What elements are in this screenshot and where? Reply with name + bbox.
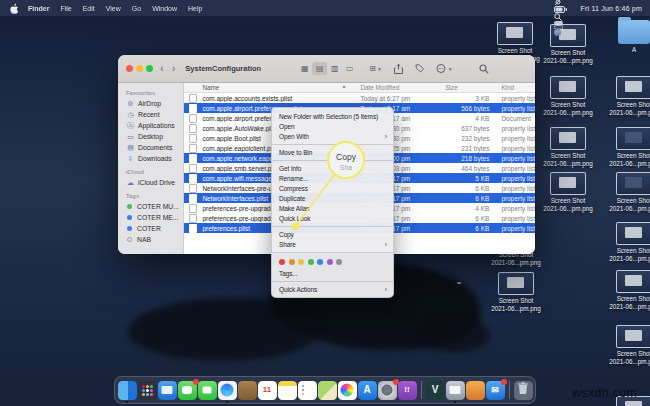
file-size: 231 bytes <box>445 145 489 152</box>
menu-bar-item-file[interactable]: File <box>60 5 71 12</box>
screenshot-thumbnail <box>550 172 586 195</box>
control-center-icon[interactable] <box>554 21 567 29</box>
menu-item-open[interactable]: Open <box>272 121 393 131</box>
desktop-file-icon[interactable]: Screen Shot2021-06...pm.png <box>599 172 650 212</box>
dock-app-reminders[interactable] <box>298 381 317 400</box>
sidebar-item-nab[interactable]: NAB <box>118 234 183 245</box>
tag-color-dot[interactable] <box>308 259 314 265</box>
copy-callout-circle: Copy Sha <box>327 141 365 179</box>
desktop-file-icon[interactable]: Screen Shot2021-06...pm.png <box>599 222 650 262</box>
group-by-button[interactable]: ⊞▼ <box>369 64 382 73</box>
dock-app-mail-app[interactable]: ✉ <box>486 381 505 400</box>
desktop-file-icon[interactable]: Screen Shot2021-06...pm.png <box>481 272 551 312</box>
menu-bar-item-finder[interactable]: Finder <box>28 5 49 12</box>
gallery-view-icon[interactable]: ▭ <box>342 62 357 75</box>
sidebar-item-documents[interactable]: ▤Documents <box>118 142 183 153</box>
tag-color-dot[interactable] <box>327 259 333 265</box>
dock-app-calendar[interactable]: 11 <box>258 381 277 400</box>
menu-item-open-with[interactable]: Open With› <box>272 131 393 141</box>
minimize-button[interactable] <box>136 65 143 72</box>
column-view-icon[interactable]: ▥ <box>327 62 342 75</box>
dock-app-maps[interactable] <box>318 381 337 400</box>
back-button[interactable]: ‹ <box>156 63 168 74</box>
tag-icon[interactable] <box>415 64 424 73</box>
dock-app-messages[interactable] <box>178 381 197 400</box>
desktop-file-icon[interactable]: Screen Shot2021-06...pm.png <box>533 127 603 167</box>
dock-app-facetime[interactable] <box>198 381 217 400</box>
menu-bar-item-help[interactable]: Help <box>188 5 202 12</box>
zoom-button[interactable] <box>146 65 153 72</box>
screenshot-thumbnail <box>616 325 650 348</box>
dock-app-notes[interactable] <box>278 381 297 400</box>
menu-bar-item-go[interactable]: Go <box>132 5 141 12</box>
sidebar-item-coter-me-[interactable]: COTER ME... <box>118 212 183 223</box>
search-icon[interactable] <box>479 64 489 74</box>
dock-app-safari[interactable] <box>218 381 237 400</box>
sidebar-item-airdrop[interactable]: ⊚AirDrop <box>118 98 183 109</box>
menu-bar-clock[interactable]: Fri 11 Jun 6:46 pm <box>581 5 642 12</box>
tag-color-dot[interactable] <box>336 259 342 265</box>
tag-color-dot[interactable] <box>317 259 323 265</box>
sidebar-item-icloud-drive[interactable]: ☁iCloud Drive <box>118 177 183 188</box>
menu-item-compress[interactable]: Compress <box>272 183 393 193</box>
siri-icon[interactable] <box>554 29 567 36</box>
dock-app-launchpad[interactable] <box>138 381 157 400</box>
dock-app-preview-app[interactable] <box>466 381 485 400</box>
sidebar-item-downloads[interactable]: ⇩Downloads <box>118 153 183 164</box>
menu-item-copy[interactable]: Copy <box>272 229 393 239</box>
desktop-file-icon[interactable]: Screen Shot2021-06...pm.png <box>599 325 650 365</box>
tag-color-dot[interactable] <box>279 259 285 265</box>
dock-app-app-store[interactable]: A <box>358 381 377 400</box>
more-actions-button[interactable]: ▼ <box>436 63 453 74</box>
column-header-size[interactable]: Size <box>445 84 489 91</box>
dock-app-blue-window-app[interactable] <box>158 381 177 400</box>
dock-app-vm-app[interactable] <box>446 381 465 400</box>
dock-app-brown-app[interactable] <box>238 381 257 400</box>
notification-badge <box>501 379 507 385</box>
menu-bar-item-edit[interactable]: Edit <box>83 5 95 12</box>
apple-menu-icon[interactable] <box>9 3 18 14</box>
menu-item-rename[interactable]: Rename... <box>272 173 393 183</box>
desktop-file-icon[interactable]: Screen Shot2021-06...pm.png <box>533 76 603 116</box>
sidebar-item-applications[interactable]: ⒶApplications <box>118 120 183 131</box>
desktop-file-icon[interactable]: Screen Shot2021-06...pm.png <box>533 172 603 212</box>
table-row[interactable]: com.apple.accounts.exists.plistToday at … <box>184 93 535 103</box>
tag-color-dot[interactable] <box>289 259 295 265</box>
sidebar-item-label: COTER ME... <box>137 214 179 221</box>
dock-app-finder[interactable] <box>118 381 137 400</box>
menu-item-quick-actions[interactable]: Quick Actions› <box>272 284 393 294</box>
sidebar-item-recent[interactable]: ◷Recent <box>118 109 183 120</box>
sidebar-item-coter-mu-[interactable]: COTER MU... <box>118 201 183 212</box>
menu-item-share[interactable]: Share› <box>272 239 393 249</box>
search-icon[interactable] <box>554 13 567 21</box>
sidebar-item-desktop[interactable]: ▭Desktop <box>118 131 183 142</box>
sidebar: Favourites⊚AirDrop◷RecentⒶApplications▭D… <box>118 83 184 254</box>
dock-app-photos[interactable] <box>338 381 357 400</box>
sidebar-item-coter[interactable]: COTER <box>118 223 183 234</box>
desktop-file-icon[interactable]: Screen Shot2021-06...pm.png <box>599 127 650 167</box>
menu-item-new-folder-with-selection-5-items[interactable]: New Folder with Selection (5 Items) <box>272 111 393 121</box>
battery-icon[interactable] <box>554 6 567 13</box>
forward-button[interactable]: › <box>168 63 180 74</box>
icon-view-icon[interactable]: ▦ <box>297 62 312 75</box>
column-header-kind[interactable]: Kind <box>489 84 535 91</box>
dock-app-system-preferences[interactable] <box>378 381 397 400</box>
share-icon[interactable] <box>394 64 403 74</box>
menu-bar-item-window[interactable]: Window <box>152 5 177 12</box>
menu-separator <box>272 252 393 253</box>
menu-item-make-alias[interactable]: Make Alias <box>272 203 393 213</box>
tag-color-dot[interactable] <box>298 259 304 265</box>
desktop-file-icon[interactable]: Screen Shot2021-06...pm.png <box>599 270 650 310</box>
menu-item-tags[interactable]: Tags... <box>272 268 393 278</box>
dock-app-purple-alert-app[interactable]: !! <box>398 381 417 400</box>
column-header-date[interactable]: Date Modified <box>352 84 445 91</box>
list-view-icon[interactable]: ▤ <box>312 62 327 75</box>
column-header-name[interactable]: Name▲ <box>202 84 352 91</box>
dock-app-vivaldi[interactable]: V <box>426 381 445 400</box>
desktop-file-icon[interactable]: Screen Shot2021-06...pm.png <box>599 76 650 116</box>
menu-bar-item-view[interactable]: View <box>106 5 121 12</box>
menu-item-quick-look[interactable]: Quick Look <box>272 213 393 223</box>
close-button[interactable] <box>126 65 133 72</box>
dock-app-trash[interactable] <box>514 381 533 400</box>
menu-item-duplicate[interactable]: Duplicate <box>272 193 393 203</box>
